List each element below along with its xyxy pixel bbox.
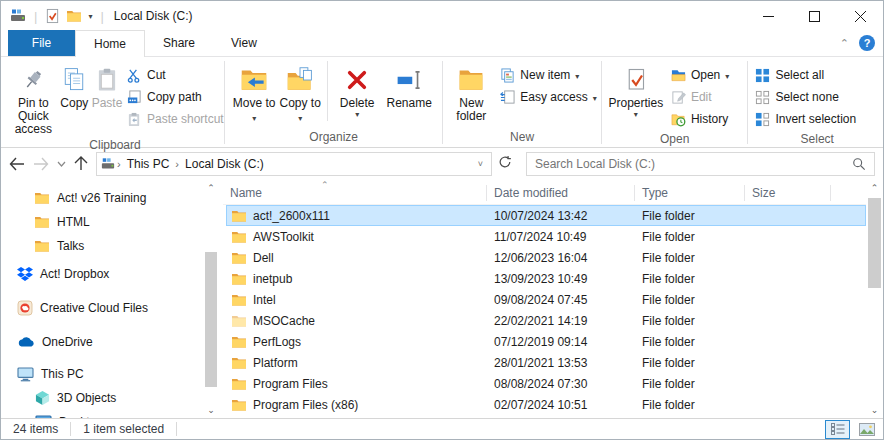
properties-qat-icon[interactable] [45,8,60,24]
select-all-button[interactable]: Select all [751,64,879,86]
tab-file[interactable]: File [8,30,75,56]
invert-selection-button[interactable]: Invert selection [751,108,879,130]
folder-icon [231,397,247,413]
cut-icon [127,68,142,83]
maximize-button[interactable] [791,1,837,31]
ribbon-tab-row: File Home Share View ⌃ [1,31,883,57]
breadcrumb-local-disk[interactable]: Local Disk (C:) [181,157,268,171]
address-bar-row: › This PC › Local Disk (C:) ˅ [1,148,883,179]
tab-home[interactable]: Home [75,30,145,57]
scroll-down-icon[interactable]: ⌄ [866,404,883,416]
paste-button[interactable]: Paste [91,60,123,110]
properties-button[interactable]: Properties [605,60,667,119]
new-item-button[interactable]: New item [496,64,592,86]
3d-objects-icon [35,390,50,406]
search-icon[interactable] [844,157,874,171]
close-button[interactable] [837,1,883,31]
select-none-button[interactable]: Select none [751,86,879,108]
nav-item-act-v26-training[interactable]: Act! v26 Training [34,187,146,209]
nav-item-this-pc[interactable]: This PC [17,363,84,385]
delete-button[interactable]: Delete [333,60,381,119]
file-row[interactable]: Platform 28/01/2021 13:53 File folder [226,352,866,373]
select-none-icon [755,90,770,105]
nav-item-creative-cloud-files[interactable]: Creative Cloud Files [17,297,148,319]
edit-button[interactable]: Edit [667,86,741,108]
nav-item-act-dropbox[interactable]: Act! Dropbox [17,263,109,285]
ribbon-group-open: Properties Open Edit History [605,60,745,147]
search-input[interactable] [527,153,844,175]
new-folder-button[interactable]: New folder [446,60,496,123]
file-row[interactable]: Intel 09/08/2024 07:45 File folder [226,289,866,310]
column-header-name[interactable]: Name [223,185,487,201]
search-box [526,152,875,176]
move-to-button[interactable]: Move to [232,60,276,125]
drive-breadcrumb-icon [101,157,115,171]
column-header-size[interactable]: Size [745,185,831,201]
history-icon [671,112,686,127]
column-header-type[interactable]: Type [635,185,745,201]
folder-icon [231,208,247,224]
rename-button[interactable]: Rename [383,60,435,110]
folder-icon [231,229,247,245]
history-button[interactable]: History [667,108,741,130]
refresh-button[interactable] [496,155,514,172]
copy-path-button[interactable]: Copy path [123,86,221,108]
folder-icon [34,238,50,254]
tab-view[interactable]: View [213,30,275,56]
nav-item-html[interactable]: HTML [34,211,90,233]
easy-access-button[interactable]: Easy access [496,86,592,108]
folder-icon [231,355,247,371]
nav-scrollbar-thumb[interactable] [205,252,217,387]
ribbon-group-new: New folder New item Easy access New [446,60,598,147]
copy-to-button[interactable]: Copy to [278,60,322,125]
address-dropdown-caret-icon[interactable]: ˅ [474,159,487,169]
ribbon-group-clipboard: Pin to Quick access Copy Paste Cut [9,60,221,147]
back-button[interactable] [9,157,25,171]
paste-shortcut-button[interactable]: Paste shortcut [123,108,221,130]
minimize-button[interactable] [745,1,791,31]
recent-locations-caret-icon[interactable] [57,161,66,167]
file-row[interactable]: AWSToolkit 11/07/2024 10:49 File folder [226,226,866,247]
forward-button[interactable] [33,157,49,171]
nav-item-onedrive[interactable]: OneDrive [17,331,93,353]
pin-to-quick-access-button[interactable]: Pin to Quick access [9,60,58,136]
file-row[interactable]: act!_2600x111 10/07/2024 13:42 File fold… [226,205,866,226]
file-row[interactable]: Dell 12/06/2023 16:04 File folder [226,247,866,268]
help-icon[interactable] [859,35,875,51]
new-item-icon [500,68,515,83]
open-button[interactable]: Open [667,64,741,86]
file-row[interactable]: PerfLogs 07/12/2019 09:14 File folder [226,331,866,352]
ribbon: Pin to Quick access Copy Paste Cut [1,57,883,148]
select-all-icon [755,68,770,83]
move-to-icon [239,63,269,97]
copy-button[interactable]: Copy [58,60,91,110]
address-box[interactable]: › This PC › Local Disk (C:) ˅ [96,152,492,176]
creative-cloud-icon [17,300,33,316]
scroll-up-icon[interactable]: ⌃ [866,182,883,194]
collapse-ribbon-icon[interactable]: ⌃ [840,37,849,50]
edit-icon [671,90,686,105]
nav-item-desktop[interactable]: Desktop [35,411,103,418]
scroll-up-icon[interactable]: ⌃ [204,182,218,194]
tab-share[interactable]: Share [145,30,213,56]
nav-scrollbar[interactable]: ⌃ ⌄ [204,182,218,418]
qat-customize-caret-icon[interactable]: ▾ [88,12,92,21]
file-row[interactable]: MSOCache 22/02/2021 14:19 File folder [226,310,866,331]
invert-selection-icon [755,112,770,127]
thumbnail-view-button[interactable] [854,420,879,439]
file-row[interactable]: Program Files 08/08/2024 07:30 File fold… [226,373,866,394]
details-view-button[interactable] [825,420,850,439]
file-row[interactable]: inetpub 13/09/2023 10:49 File folder [226,268,866,289]
folder-icon [231,271,247,287]
nav-item-talks[interactable]: Talks [34,235,84,257]
up-button[interactable] [74,156,88,171]
file-row[interactable]: Program Files (x86) 02/07/2024 10:51 Fil… [226,394,866,415]
column-header-date-modified[interactable]: Date modified [487,185,635,201]
list-scrollbar[interactable]: ⌃ ⌄ [866,182,883,418]
breadcrumb-this-pc[interactable]: This PC [123,157,174,171]
scroll-down-icon[interactable]: ⌄ [204,404,218,416]
nav-item-3d-objects[interactable]: 3D Objects [35,387,116,409]
list-scrollbar-thumb[interactable] [868,198,881,288]
cut-button[interactable]: Cut [123,64,221,86]
new-folder-qat-icon[interactable] [66,8,82,24]
